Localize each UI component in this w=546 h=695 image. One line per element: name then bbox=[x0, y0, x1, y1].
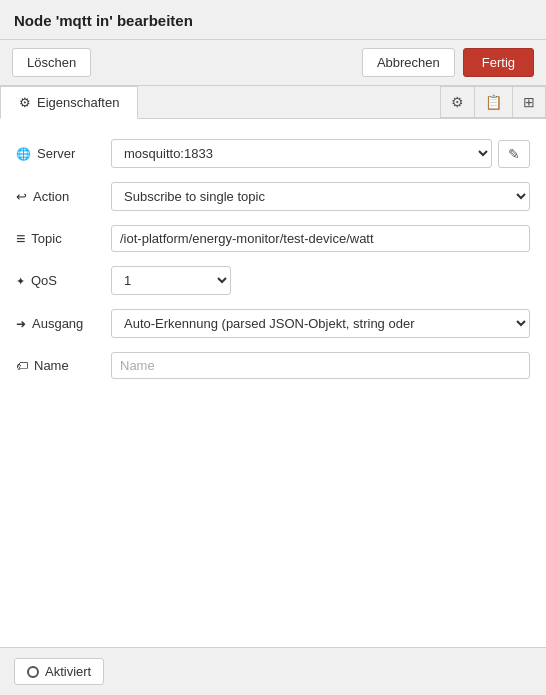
tab-icon-gear-button[interactable]: ⚙ bbox=[440, 86, 475, 118]
output-icon bbox=[16, 316, 26, 331]
edit-icon bbox=[508, 147, 520, 162]
tab-icon-group: ⚙ 📋 ⊞ bbox=[440, 86, 546, 118]
toolbar-right: Abbrechen Fertig bbox=[362, 48, 534, 77]
window-title: Node 'mqtt in' bearbeiten bbox=[14, 12, 193, 29]
aktiviert-label: Aktiviert bbox=[45, 664, 91, 679]
tab-icon-doc-button[interactable]: 📋 bbox=[475, 86, 513, 118]
title-bar: Node 'mqtt in' bearbeiten bbox=[0, 0, 546, 40]
spacer bbox=[0, 530, 546, 647]
server-select[interactable]: mosquitto:1833 bbox=[111, 139, 492, 168]
tabs-bar: Eigenschaften ⚙ 📋 ⊞ bbox=[0, 86, 546, 119]
grid-icon: ⊞ bbox=[523, 94, 535, 110]
gear-icon bbox=[19, 95, 31, 110]
output-select[interactable]: Auto-Erkennung (parsed JSON-Objekt, stri… bbox=[111, 309, 530, 338]
output-row: Ausgang Auto-Erkennung (parsed JSON-Obje… bbox=[16, 309, 530, 338]
name-control bbox=[111, 352, 530, 379]
qos-icon bbox=[16, 273, 25, 288]
qos-row: QoS 0 1 2 bbox=[16, 266, 530, 295]
tab-properties[interactable]: Eigenschaften bbox=[0, 86, 138, 119]
globe-icon bbox=[16, 146, 31, 161]
server-label: Server bbox=[16, 146, 111, 161]
server-control: mosquitto:1833 bbox=[111, 139, 530, 168]
topic-control bbox=[111, 225, 530, 252]
list-icon bbox=[16, 230, 25, 248]
aktiviert-button[interactable]: Aktiviert bbox=[14, 658, 104, 685]
tab-icon-grid-button[interactable]: ⊞ bbox=[513, 86, 546, 118]
qos-select[interactable]: 0 1 2 bbox=[111, 266, 231, 295]
name-label: Name bbox=[16, 358, 111, 373]
settings-icon: ⚙ bbox=[451, 94, 464, 110]
server-edit-button[interactable] bbox=[498, 140, 530, 168]
server-row: Server mosquitto:1833 bbox=[16, 139, 530, 168]
output-label: Ausgang bbox=[16, 316, 111, 331]
topic-row: Topic bbox=[16, 225, 530, 252]
description-icon: 📋 bbox=[485, 94, 502, 110]
delete-button[interactable]: Löschen bbox=[12, 48, 91, 77]
qos-label: QoS bbox=[16, 273, 111, 288]
content-area: Server mosquitto:1833 ↩ Action Subscribe… bbox=[0, 119, 546, 530]
output-control: Auto-Erkennung (parsed JSON-Objekt, stri… bbox=[111, 309, 530, 338]
footer-bar: Aktiviert bbox=[0, 647, 546, 695]
cancel-button[interactable]: Abbrechen bbox=[362, 48, 455, 77]
action-label: ↩ Action bbox=[16, 189, 111, 204]
action-control: Subscribe to single topic Subscribe to m… bbox=[111, 182, 530, 211]
circle-icon bbox=[27, 666, 39, 678]
action-icon: ↩ bbox=[16, 189, 27, 204]
name-row: Name bbox=[16, 352, 530, 379]
tag-icon bbox=[16, 358, 28, 373]
qos-control: 0 1 2 bbox=[111, 266, 530, 295]
done-button[interactable]: Fertig bbox=[463, 48, 534, 77]
action-row: ↩ Action Subscribe to single topic Subsc… bbox=[16, 182, 530, 211]
toolbar: Löschen Abbrechen Fertig bbox=[0, 40, 546, 86]
topic-label: Topic bbox=[16, 230, 111, 248]
action-select[interactable]: Subscribe to single topic Subscribe to m… bbox=[111, 182, 530, 211]
window: Node 'mqtt in' bearbeiten Löschen Abbrec… bbox=[0, 0, 546, 695]
name-input[interactable] bbox=[111, 352, 530, 379]
tab-properties-label: Eigenschaften bbox=[37, 95, 119, 110]
topic-input[interactable] bbox=[111, 225, 530, 252]
